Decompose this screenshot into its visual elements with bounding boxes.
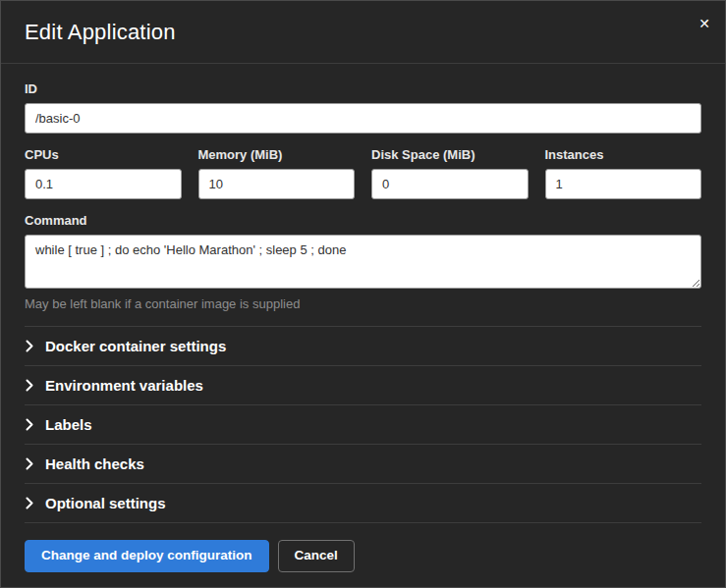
disk-field: Disk Space (MiB) — [371, 134, 529, 199]
instances-field: Instances — [545, 134, 702, 199]
modal-header: Edit Application ✕ — [1, 1, 725, 64]
edit-application-modal: Edit Application ✕ ID CPUs Memory (MiB) … — [0, 0, 726, 588]
section-label: Optional settings — [45, 495, 166, 511]
chevron-right-icon — [25, 458, 34, 470]
section-health-checks[interactable]: Health checks — [25, 445, 701, 484]
cpus-label: CPUs — [25, 147, 182, 162]
section-optional-settings[interactable]: Optional settings — [25, 484, 701, 523]
id-input[interactable] — [25, 103, 701, 134]
section-label: Labels — [45, 416, 92, 433]
modal-footer: Change and deploy configuration Cancel — [1, 523, 725, 588]
chevron-right-icon — [25, 341, 34, 352]
chevron-right-icon — [25, 380, 34, 392]
chevron-right-icon — [25, 419, 34, 431]
command-label: Command — [25, 213, 701, 228]
instances-input[interactable] — [545, 169, 702, 199]
chevron-right-icon — [25, 498, 34, 509]
change-and-deploy-button[interactable]: Change and deploy configuration — [25, 540, 269, 572]
disk-label: Disk Space (MiB) — [371, 147, 529, 162]
cpus-input[interactable] — [25, 169, 182, 199]
close-icon: ✕ — [698, 16, 710, 31]
section-label: Environment variables — [45, 377, 203, 394]
modal-body: ID CPUs Memory (MiB) Disk Space (MiB) In… — [1, 64, 725, 523]
memory-input[interactable] — [198, 169, 356, 199]
command-help-text: May be left blank if a container image i… — [25, 296, 701, 311]
memory-field: Memory (MiB) — [198, 134, 356, 199]
cancel-button[interactable]: Cancel — [278, 540, 355, 572]
section-label: Health checks — [45, 455, 144, 472]
modal-title: Edit Application — [25, 20, 701, 45]
memory-label: Memory (MiB) — [198, 147, 356, 162]
section-docker-container-settings[interactable]: Docker container settings — [25, 327, 701, 366]
close-button[interactable]: ✕ — [698, 17, 710, 30]
command-textarea[interactable]: while [ true ] ; do echo 'Hello Marathon… — [25, 235, 701, 289]
section-environment-variables[interactable]: Environment variables — [25, 366, 701, 405]
cpus-field: CPUs — [25, 134, 182, 199]
collapsible-sections: Docker container settings Environment va… — [25, 326, 701, 523]
section-label: Docker container settings — [45, 338, 226, 354]
resources-row: CPUs Memory (MiB) Disk Space (MiB) Insta… — [25, 134, 701, 199]
instances-label: Instances — [545, 147, 702, 162]
section-labels[interactable]: Labels — [25, 405, 701, 445]
disk-input[interactable] — [371, 169, 529, 199]
id-label: ID — [25, 81, 701, 96]
